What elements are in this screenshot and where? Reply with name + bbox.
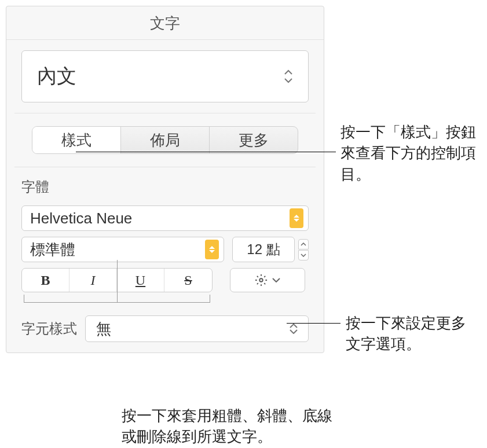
- font-weight-select[interactable]: 標準體: [21, 237, 224, 262]
- italic-button[interactable]: I: [69, 269, 117, 292]
- advanced-options-button[interactable]: [230, 268, 305, 292]
- font-family-select[interactable]: Helvetica Neue: [21, 205, 309, 231]
- chevron-updown-icon: [284, 69, 293, 83]
- callout-bracket: [24, 295, 210, 303]
- format-tabs: 樣式 佈局 更多: [32, 126, 298, 154]
- stepper-down-button[interactable]: [298, 250, 309, 260]
- chevron-down-icon: [272, 278, 280, 282]
- paragraph-style-value: 內文: [37, 63, 76, 90]
- format-panel: 文字 內文 樣式 佈局 更多 字體 Helvetica Neue: [6, 6, 324, 353]
- tab-layout-label: 佈局: [150, 130, 180, 150]
- callout-line: [287, 323, 340, 324]
- gear-icon: [255, 274, 268, 287]
- bold-button[interactable]: B: [22, 269, 69, 292]
- callout-style-tab: 按一下「樣式」按鈕來查看下方的控制項目。: [340, 122, 482, 185]
- font-family-value: Helvetica Neue: [30, 210, 132, 227]
- callout-format: 按一下來套用粗體、斜體、底線或刪除線到所選文字。: [122, 405, 336, 447]
- tab-layout[interactable]: 佈局: [121, 127, 210, 153]
- chevron-updown-icon: [290, 324, 298, 334]
- font-section-label: 字體: [21, 178, 309, 196]
- panel-title: 文字: [6, 6, 324, 40]
- callout-line: [76, 152, 336, 152]
- stepper-up-button[interactable]: [298, 239, 309, 249]
- chevron-updown-icon: [290, 208, 303, 228]
- font-section: 字體 Helvetica Neue 標準體 12 點: [6, 167, 324, 352]
- stepper-arrows: [298, 237, 309, 262]
- svg-point-0: [259, 278, 263, 282]
- font-size-value: 12 點: [247, 240, 280, 259]
- chevron-updown-icon: [205, 240, 219, 259]
- char-style-select[interactable]: 無: [85, 315, 309, 342]
- tab-more-label: 更多: [239, 130, 269, 150]
- font-weight-value: 標準體: [30, 240, 75, 260]
- tab-style-label: 樣式: [61, 130, 91, 150]
- strikethrough-button[interactable]: S: [164, 269, 212, 292]
- underline-button[interactable]: U: [117, 269, 164, 292]
- char-style-value: 無: [96, 319, 111, 339]
- char-style-label: 字元樣式: [21, 320, 77, 338]
- font-size-input[interactable]: 12 點: [232, 237, 295, 262]
- paragraph-style-section: 內文: [6, 40, 324, 113]
- callout-gear: 按一下來設定更多文字選項。: [346, 313, 479, 355]
- tab-style[interactable]: 樣式: [32, 127, 121, 153]
- paragraph-style-dropdown[interactable]: 內文: [21, 50, 309, 102]
- font-size-stepper: 12 點: [232, 237, 309, 262]
- tabs-section: 樣式 佈局 更多: [6, 113, 324, 167]
- tab-more[interactable]: 更多: [210, 127, 298, 153]
